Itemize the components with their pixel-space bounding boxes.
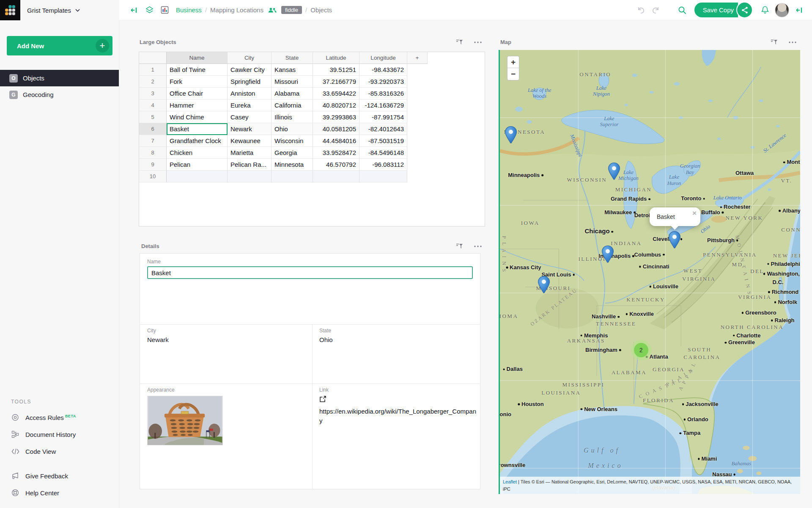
marker-cluster[interactable]: 2: [631, 340, 651, 360]
cell[interactable]: Wisconsin: [272, 135, 313, 147]
cell[interactable]: -84.5496148: [359, 147, 407, 159]
cell[interactable]: Alabama: [272, 88, 313, 99]
map-marker-icon[interactable]: [607, 163, 621, 182]
panel-menu-icon[interactable]: [474, 246, 482, 247]
cell[interactable]: [313, 171, 359, 182]
map-widget[interactable]: ONTARIOMINNESOTAWISCONSINMICHIGANNEW YOR…: [499, 50, 800, 494]
field-city[interactable]: City Newark: [147, 328, 308, 343]
cell[interactable]: 39.2993863: [313, 111, 359, 123]
cell[interactable]: Fork: [167, 76, 228, 88]
field-state[interactable]: State Ohio: [319, 328, 472, 343]
avatar[interactable]: [775, 3, 789, 17]
cell[interactable]: -85.8316326: [359, 88, 407, 99]
tool-document-history[interactable]: Document History: [0, 426, 119, 443]
column-header-longitude[interactable]: Longitude: [359, 52, 407, 64]
sidebar-item-geocoding[interactable]: G Geocoding: [0, 86, 119, 103]
cell[interactable]: Office Chair: [167, 88, 228, 99]
zoom-out-button[interactable]: −: [508, 68, 519, 80]
cell[interactable]: 37.2166779: [313, 76, 359, 88]
row-number[interactable]: 6: [139, 123, 167, 135]
column-header-city[interactable]: City: [228, 52, 272, 64]
sidebar-item-objects[interactable]: O Objects: [0, 70, 119, 86]
add-new-button[interactable]: Add New +: [7, 36, 112, 55]
cell[interactable]: Ohio: [272, 123, 313, 135]
collapse-left-panel-icon[interactable]: [129, 5, 140, 16]
cell[interactable]: Georgia: [272, 147, 313, 159]
search-icon[interactable]: [677, 5, 688, 16]
row-number[interactable]: 3: [139, 88, 167, 99]
link-url[interactable]: https://en.wikipedia.org/wiki/The_Longab…: [319, 407, 477, 425]
cell[interactable]: [228, 171, 272, 182]
map-marker-icon[interactable]: [667, 231, 682, 251]
cell[interactable]: -124.1636729: [359, 99, 407, 111]
zoom-in-button[interactable]: +: [508, 56, 519, 68]
cell[interactable]: 39.51251: [313, 64, 359, 76]
tool-give-feedback[interactable]: Give Feedback: [0, 467, 119, 484]
column-header-latitude[interactable]: Latitude: [313, 52, 359, 64]
row-number[interactable]: 10: [139, 171, 167, 182]
tool-access-rules[interactable]: Access RulesBETA: [0, 409, 119, 426]
map-marker-icon[interactable]: [537, 276, 551, 295]
cell[interactable]: California: [272, 99, 313, 111]
panel-menu-icon[interactable]: [474, 41, 482, 43]
add-column-button[interactable]: +: [407, 52, 428, 64]
cell[interactable]: [359, 171, 407, 182]
cell[interactable]: 33.9528472: [313, 147, 359, 159]
cell[interactable]: 40.8020712: [313, 99, 359, 111]
cell[interactable]: -93.2920373: [359, 76, 407, 88]
cell[interactable]: Cawker City: [228, 64, 272, 76]
cell[interactable]: Missouri: [272, 76, 313, 88]
cell[interactable]: Casey: [228, 111, 272, 123]
breadcrumb-site[interactable]: Business: [176, 6, 202, 14]
row-number-header[interactable]: [139, 52, 167, 64]
cell[interactable]: 46.570792: [313, 159, 359, 171]
row-number[interactable]: 9: [139, 159, 167, 171]
map-marker-icon[interactable]: [504, 126, 518, 146]
cell[interactable]: Pelican Ra...: [228, 159, 272, 171]
workspace-switcher[interactable]: Grist Templates: [27, 7, 80, 14]
row-number[interactable]: 5: [139, 111, 167, 123]
cell[interactable]: -96.083112: [359, 159, 407, 171]
column-header-name[interactable]: Name: [167, 52, 228, 64]
cell[interactable]: Ball of Twine: [167, 64, 228, 76]
cell[interactable]: 44.4584016: [313, 135, 359, 147]
breadcrumb-doc[interactable]: Mapping Locations: [210, 6, 263, 14]
cell[interactable]: Minnesota: [272, 159, 313, 171]
tool-code-view[interactable]: Code View: [0, 443, 119, 460]
cell[interactable]: -87.5031519: [359, 135, 407, 147]
map-marker-icon[interactable]: [601, 246, 615, 265]
sort-filter-icon[interactable]: [456, 39, 463, 45]
cell[interactable]: Hammer: [167, 99, 228, 111]
cell[interactable]: Kewaunee: [228, 135, 272, 147]
external-link-icon[interactable]: [319, 395, 326, 403]
field-appearance[interactable]: Appearance: [147, 387, 308, 445]
collapse-right-panel-icon[interactable]: [793, 5, 804, 16]
cell[interactable]: Eureka: [228, 99, 272, 111]
panel-menu-icon[interactable]: [789, 41, 796, 43]
cell[interactable]: 40.0581205: [313, 123, 359, 135]
leaflet-link[interactable]: Leaflet: [503, 479, 517, 484]
cell[interactable]: [272, 171, 313, 182]
sort-filter-icon[interactable]: [456, 243, 463, 249]
popup-close-icon[interactable]: ×: [692, 210, 697, 217]
column-header-state[interactable]: State: [272, 52, 313, 64]
cell[interactable]: Basket: [167, 123, 228, 135]
row-number[interactable]: 2: [139, 76, 167, 88]
cell[interactable]: Marietta: [228, 147, 272, 159]
cell[interactable]: Anniston: [228, 88, 272, 99]
layers-icon[interactable]: [144, 5, 155, 16]
cell[interactable]: Pelican: [167, 159, 228, 171]
redo-icon[interactable]: [650, 5, 661, 16]
notifications-bell-icon[interactable]: [760, 5, 771, 16]
sort-filter-icon[interactable]: [771, 39, 778, 45]
share-button[interactable]: [736, 2, 753, 18]
grist-logo[interactable]: [0, 0, 20, 20]
cell[interactable]: [167, 171, 228, 182]
cell[interactable]: Newark: [228, 123, 272, 135]
cell[interactable]: Illinois: [272, 111, 313, 123]
cell[interactable]: -82.4012643: [359, 123, 407, 135]
cell[interactable]: -87.991754: [359, 111, 407, 123]
row-number[interactable]: 4: [139, 99, 167, 111]
row-number[interactable]: 1: [139, 64, 167, 76]
row-number[interactable]: 7: [139, 135, 167, 147]
